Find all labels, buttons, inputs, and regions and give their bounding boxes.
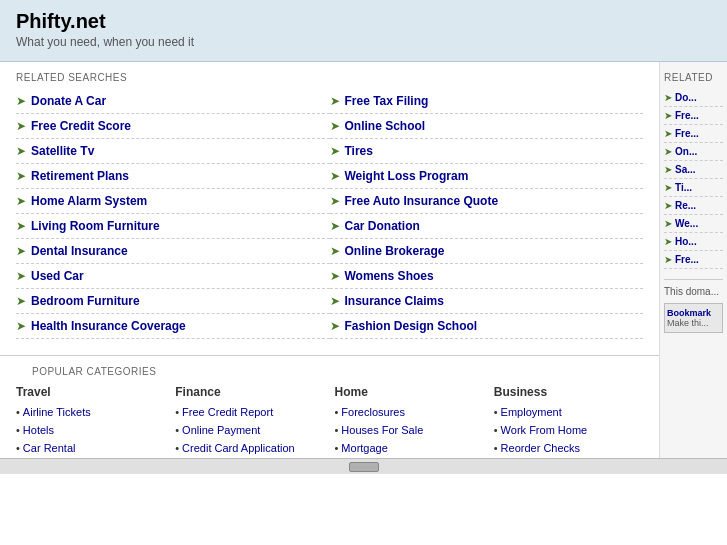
category-link[interactable]: Work From Home bbox=[501, 424, 588, 436]
related-link[interactable]: Bedroom Furniture bbox=[31, 294, 140, 308]
category-name: Business bbox=[494, 385, 643, 399]
content-area: RELATED SEARCHES ➤Donate A Car➤Free Tax … bbox=[0, 62, 659, 458]
related-link[interactable]: Online Brokerage bbox=[345, 244, 445, 258]
arrow-icon: ➤ bbox=[664, 128, 672, 139]
sidebar-link[interactable]: Ti... bbox=[675, 182, 692, 193]
sidebar-link[interactable]: Re... bbox=[675, 200, 696, 211]
bookmark-label[interactable]: Bookmark bbox=[667, 308, 720, 318]
sidebar-link[interactable]: Ho... bbox=[675, 236, 697, 247]
arrow-icon: ➤ bbox=[664, 182, 672, 193]
arrow-icon: ➤ bbox=[16, 269, 26, 283]
related-link[interactable]: Donate A Car bbox=[31, 94, 106, 108]
site-title: Phifty.net bbox=[16, 10, 711, 33]
sidebar-link[interactable]: Fre... bbox=[675, 254, 699, 265]
sidebar-item: ➤Sa... bbox=[664, 161, 723, 179]
related-link[interactable]: Satellite Tv bbox=[31, 144, 94, 158]
list-item: Airline Tickets bbox=[16, 404, 165, 419]
related-link[interactable]: Used Car bbox=[31, 269, 84, 283]
list-item: Houses For Sale bbox=[335, 422, 484, 437]
related-link[interactable]: Health Insurance Coverage bbox=[31, 319, 186, 333]
related-link[interactable]: Insurance Claims bbox=[345, 294, 444, 308]
arrow-icon: ➤ bbox=[330, 219, 340, 233]
category-name: Finance bbox=[175, 385, 324, 399]
sidebar-link[interactable]: We... bbox=[675, 218, 698, 229]
related-link[interactable]: Free Credit Score bbox=[31, 119, 131, 133]
related-link[interactable]: Free Tax Filing bbox=[345, 94, 429, 108]
related-item: ➤Online Brokerage bbox=[330, 239, 644, 264]
sidebar-item: ➤Re... bbox=[664, 197, 723, 215]
category-link[interactable]: Online Payment bbox=[182, 424, 260, 436]
category-column: FinanceFree Credit ReportOnline PaymentC… bbox=[175, 385, 324, 458]
list-item: Free Credit Report bbox=[175, 404, 324, 419]
sidebar-link[interactable]: Fre... bbox=[675, 110, 699, 121]
sidebar-link[interactable]: Fre... bbox=[675, 128, 699, 139]
arrow-icon: ➤ bbox=[16, 244, 26, 258]
related-link[interactable]: Living Room Furniture bbox=[31, 219, 160, 233]
categories-grid: TravelAirline TicketsHotelsCar RentalFin… bbox=[16, 385, 643, 458]
category-link[interactable]: Credit Card Application bbox=[182, 442, 295, 454]
arrow-icon: ➤ bbox=[664, 110, 672, 121]
related-searches-grid-container: ➤Donate A Car➤Free Tax Filing➤Free Credi… bbox=[0, 89, 659, 339]
arrow-icon: ➤ bbox=[330, 94, 340, 108]
category-link[interactable]: Houses For Sale bbox=[341, 424, 423, 436]
related-item: ➤Donate A Car bbox=[16, 89, 330, 114]
sidebar-item: ➤We... bbox=[664, 215, 723, 233]
right-sidebar: RELATED ➤Do...➤Fre...➤Fre...➤On...➤Sa...… bbox=[659, 62, 727, 458]
related-link[interactable]: Dental Insurance bbox=[31, 244, 128, 258]
list-item: Car Rental bbox=[16, 440, 165, 455]
arrow-icon: ➤ bbox=[664, 146, 672, 157]
sidebar-link[interactable]: Do... bbox=[675, 92, 697, 103]
category-link[interactable]: Free Credit Report bbox=[182, 406, 273, 418]
list-item: Mortgage bbox=[335, 440, 484, 455]
sidebar-link[interactable]: On... bbox=[675, 146, 697, 157]
arrow-icon: ➤ bbox=[330, 319, 340, 333]
related-item: ➤Insurance Claims bbox=[330, 289, 644, 314]
arrow-icon: ➤ bbox=[330, 269, 340, 283]
category-link[interactable]: Hotels bbox=[23, 424, 54, 436]
related-item: ➤Free Credit Score bbox=[16, 114, 330, 139]
related-item: ➤Free Tax Filing bbox=[330, 89, 644, 114]
related-link[interactable]: Fashion Design School bbox=[345, 319, 478, 333]
site-tagline: What you need, when you need it bbox=[16, 35, 711, 49]
related-item: ➤Free Auto Insurance Quote bbox=[330, 189, 644, 214]
arrow-icon: ➤ bbox=[16, 219, 26, 233]
category-link[interactable]: Mortgage bbox=[341, 442, 387, 454]
related-item: ➤Satellite Tv bbox=[16, 139, 330, 164]
category-link[interactable]: Car Rental bbox=[23, 442, 76, 454]
related-link[interactable]: Retirement Plans bbox=[31, 169, 129, 183]
related-link[interactable]: Weight Loss Program bbox=[345, 169, 469, 183]
related-link[interactable]: Free Auto Insurance Quote bbox=[345, 194, 499, 208]
horizontal-scrollbar[interactable] bbox=[0, 458, 727, 474]
category-link[interactable]: Reorder Checks bbox=[501, 442, 580, 454]
related-item: ➤Living Room Furniture bbox=[16, 214, 330, 239]
related-item: ➤Online School bbox=[330, 114, 644, 139]
related-link[interactable]: Online School bbox=[345, 119, 426, 133]
arrow-icon: ➤ bbox=[664, 200, 672, 211]
related-link[interactable]: Womens Shoes bbox=[345, 269, 434, 283]
category-link[interactable]: Employment bbox=[501, 406, 562, 418]
related-link[interactable]: Tires bbox=[345, 144, 373, 158]
sidebar-item: ➤Fre... bbox=[664, 107, 723, 125]
scrollbar-thumb[interactable] bbox=[349, 462, 379, 472]
related-link[interactable]: Home Alarm System bbox=[31, 194, 147, 208]
sidebar-link[interactable]: Sa... bbox=[675, 164, 696, 175]
category-column: BusinessEmploymentWork From HomeReorder … bbox=[494, 385, 643, 458]
arrow-icon: ➤ bbox=[664, 236, 672, 247]
related-item: ➤Fashion Design School bbox=[330, 314, 644, 339]
arrow-icon: ➤ bbox=[16, 294, 26, 308]
category-name: Travel bbox=[16, 385, 165, 399]
related-link[interactable]: Car Donation bbox=[345, 219, 420, 233]
list-item: Work From Home bbox=[494, 422, 643, 437]
related-item: ➤Health Insurance Coverage bbox=[16, 314, 330, 339]
related-searches-label: RELATED SEARCHES bbox=[0, 72, 659, 83]
arrow-icon: ➤ bbox=[330, 144, 340, 158]
header: Phifty.net What you need, when you need … bbox=[0, 0, 727, 62]
arrow-icon: ➤ bbox=[664, 92, 672, 103]
category-link[interactable]: Foreclosures bbox=[341, 406, 405, 418]
popular-categories-section: POPULAR CATEGORIES TravelAirline Tickets… bbox=[0, 355, 659, 458]
sidebar-item: ➤Do... bbox=[664, 89, 723, 107]
list-item: Employment bbox=[494, 404, 643, 419]
category-column: HomeForeclosuresHouses For SaleMortgage bbox=[335, 385, 484, 458]
category-link[interactable]: Airline Tickets bbox=[23, 406, 91, 418]
arrow-icon: ➤ bbox=[16, 144, 26, 158]
